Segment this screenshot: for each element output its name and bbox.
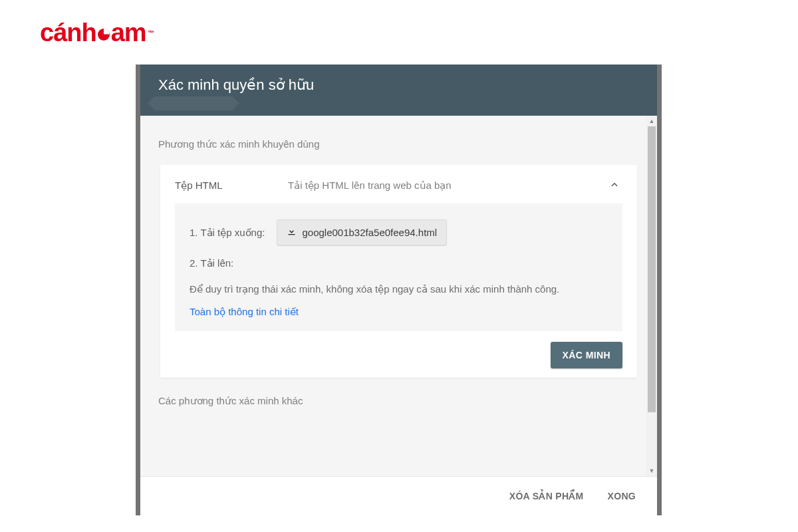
trademark-icon: ™ <box>148 29 154 37</box>
dialog-title: Xác minh quyền sở hữu <box>158 76 314 94</box>
brand-text-left: cánh <box>40 19 96 47</box>
verify-ownership-dialog: Xác minh quyền sở hữu Phương thức xác mi… <box>140 65 657 515</box>
brand-text-right: am <box>111 19 146 47</box>
brand-dot-icon <box>98 29 110 41</box>
dialog-body: Phương thức xác minh khuyên dùng Tệp HTM… <box>140 116 657 476</box>
card-title: Tệp HTML <box>175 180 288 192</box>
scrollbar-thumb[interactable] <box>648 126 656 412</box>
download-icon <box>287 226 297 239</box>
remove-product-button[interactable]: XÓA SẢN PHẨM <box>509 491 584 501</box>
html-file-card: Tệp HTML Tải tệp HTML lên trang web của … <box>160 165 637 378</box>
download-file-button[interactable]: google001b32fa5e0fee94.html <box>277 219 447 245</box>
step-1-row: 1. Tải tệp xuống: google001b32fa5e0fee94… <box>190 219 608 245</box>
step-2-redacted-area <box>236 259 369 269</box>
brand-logo: cánh am ™ <box>40 19 154 47</box>
step-1-label: 1. Tải tệp xuống: <box>190 227 265 239</box>
other-methods-label: Các phương thức xác minh khác <box>140 384 657 408</box>
done-button[interactable]: XONG <box>608 491 636 501</box>
collapse-icon[interactable] <box>606 180 622 192</box>
verify-row: XÁC MINH <box>160 339 637 368</box>
header-ribbon-decoration <box>154 96 233 110</box>
scrollbar-track[interactable]: ▲ ▼ <box>646 116 657 476</box>
steps-panel: 1. Tải tệp xuống: google001b32fa5e0fee94… <box>175 203 622 331</box>
verify-button[interactable]: XÁC MINH <box>551 342 622 368</box>
card-subtitle: Tải tệp HTML lên trang web của bạn <box>288 180 606 192</box>
scroll-down-icon[interactable]: ▼ <box>646 466 657 476</box>
recommended-method-label: Phương thức xác minh khuyên dùng <box>140 116 657 152</box>
dialog-footer: XÓA SẢN PHẨM XONG <box>140 476 657 515</box>
card-header[interactable]: Tệp HTML Tải tệp HTML lên trang web của … <box>160 165 637 203</box>
verification-note: Để duy trì trạng thái xác minh, không xó… <box>190 281 608 297</box>
download-filename: google001b32fa5e0fee94.html <box>302 227 437 238</box>
step-2-row: 2. Tải lên: <box>190 257 608 269</box>
scroll-up-icon[interactable]: ▲ <box>646 116 657 126</box>
dialog-header: Xác minh quyền sở hữu <box>140 65 657 116</box>
step-2-label: 2. Tải lên: <box>190 257 233 269</box>
full-details-link[interactable]: Toàn bộ thông tin chi tiết <box>190 306 608 318</box>
